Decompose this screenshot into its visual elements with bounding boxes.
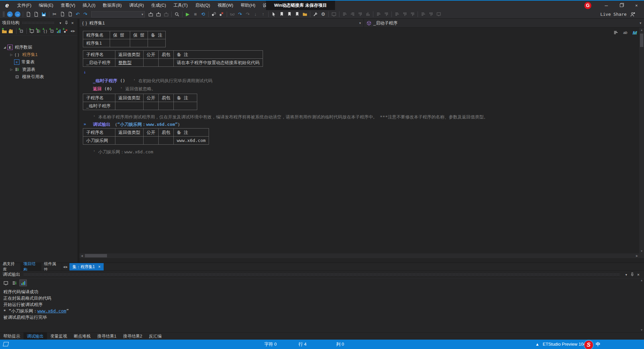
stop-icon[interactable]: ■: [192, 11, 199, 18]
column-header[interactable]: 易包: [159, 129, 174, 137]
menu-database[interactable]: 数据库(B): [99, 1, 125, 10]
menu-file[interactable]: 文件(F): [13, 1, 35, 10]
scroll-thumb[interactable]: [640, 34, 643, 47]
remark-cell[interactable]: www.x6d.com: [174, 137, 209, 145]
editor-content[interactable]: 程序集名 保 留 保 留 备 注 程序集1 子程序名 返回值类型 公开: [79, 28, 639, 253]
editor-horizontal-scrollbar[interactable]: ◀ ▶: [79, 253, 639, 258]
add-resource-icon[interactable]: +: [56, 28, 62, 35]
space-across-icon[interactable]: [393, 11, 401, 18]
same-size-icon[interactable]: [419, 11, 427, 18]
column-header[interactable]: 保 留: [110, 31, 130, 39]
cell[interactable]: [148, 39, 165, 47]
clear-bookmarks-icon[interactable]: [301, 11, 309, 18]
add-window-icon[interactable]: +: [29, 28, 35, 35]
tab-project-structure[interactable]: 项目结构: [21, 263, 42, 270]
menu-build[interactable]: 生成(C): [148, 1, 170, 10]
toggle-breakpoint-icon[interactable]: [210, 11, 218, 18]
menu-help[interactable]: 帮助(H): [237, 1, 259, 10]
clear-breakpoints-icon[interactable]: [218, 11, 225, 18]
column-header[interactable]: 程序集名: [83, 31, 110, 39]
cell[interactable]: [144, 137, 159, 145]
selector-dropdown-icon[interactable]: ▾: [640, 21, 641, 25]
panel-drag-grip[interactable]: [23, 273, 620, 276]
tab-component-props[interactable]: 组件属性: [41, 263, 62, 270]
list-view-icon[interactable]: [11, 280, 18, 286]
panel-dropdown-icon[interactable]: ▾: [623, 271, 629, 278]
menu-debug[interactable]: 调试(R): [125, 1, 148, 10]
tab-variable-watch[interactable]: 变量监视: [47, 333, 70, 340]
new-folder-icon[interactable]: ✦: [1, 28, 7, 35]
add-constant-icon[interactable]: +: [63, 28, 69, 35]
space-down-icon[interactable]: [401, 11, 409, 18]
step-over-disabled-icon[interactable]: ↷: [244, 11, 252, 18]
column-header[interactable]: 备 注: [174, 94, 197, 102]
column-header[interactable]: 公开: [144, 94, 159, 102]
find-icon[interactable]: [173, 11, 181, 18]
remark-cell[interactable]: 请在本子程序中放置动态链接库初始化代码: [174, 59, 263, 67]
save-icon[interactable]: [40, 11, 48, 18]
collapsed-caret-icon[interactable]: ▷: [9, 68, 14, 71]
tree-item-program-data[interactable]: ◢ E 程序数据: [0, 44, 77, 51]
align-left-icon[interactable]: [341, 11, 348, 18]
image-view-icon[interactable]: [19, 280, 27, 286]
open-project-icon[interactable]: [32, 11, 40, 18]
align-bottom-icon[interactable]: [364, 11, 372, 18]
code-line-temp-sub[interactable]: _临时子程序 () ' 在初始化代码执行完毕后调用测试代码: [93, 78, 212, 84]
block-comment[interactable]: ' 本名称子程序用作测试程序用，仅在开发及调试环境中有效，编译发布程序前将被系统…: [93, 114, 488, 120]
cell[interactable]: [159, 102, 174, 110]
settings-gear-icon[interactable]: ⚙: [319, 11, 327, 18]
add-flow-icon[interactable]: +: [36, 28, 42, 35]
tab-close-icon[interactable]: ×: [98, 264, 101, 269]
cut-icon[interactable]: ✂: [51, 11, 58, 18]
align-right-icon[interactable]: [348, 11, 356, 18]
column-header[interactable]: 易包: [159, 51, 174, 59]
sub-name-cell[interactable]: 小刀娱乐网: [83, 137, 115, 145]
watch-icon[interactable]: [228, 11, 236, 18]
build-icon[interactable]: [147, 11, 155, 18]
cell[interactable]: [144, 102, 159, 110]
scroll-up-icon[interactable]: ▲: [639, 28, 644, 32]
add-module-icon[interactable]: +: [18, 28, 24, 35]
add-program-set-icon[interactable]: { }+: [42, 28, 48, 35]
subroutine-selector[interactable]: _启动子程序 ▾: [364, 19, 644, 27]
m-mode-icon[interactable]: M: [631, 30, 638, 36]
menu-tools[interactable]: 工具(T): [170, 1, 192, 10]
program-set-selector[interactable]: { } 程序集1 ▾: [79, 19, 364, 27]
folders-icon[interactable]: [8, 28, 14, 35]
tab-disassembly[interactable]: 反汇编: [146, 333, 165, 340]
expanded-caret-icon[interactable]: ◢: [2, 46, 7, 49]
column-header[interactable]: 返回值类型: [115, 51, 144, 59]
paste-icon[interactable]: [66, 11, 74, 18]
options-wrench-icon[interactable]: [312, 11, 319, 18]
editor-vertical-scrollbar[interactable]: ▲ ▼: [639, 28, 644, 253]
column-header[interactable]: 保 留: [130, 31, 148, 39]
tab-search-results-1[interactable]: 搜寻结果1: [94, 333, 120, 340]
cell[interactable]: [115, 137, 144, 145]
maximize-button[interactable]: [614, 1, 629, 10]
step-into-icon[interactable]: ↓: [252, 11, 259, 18]
panel-pin-icon[interactable]: [629, 271, 635, 278]
tab-help-tips[interactable]: 帮助提示: [0, 333, 23, 340]
undo-icon[interactable]: ↶: [74, 11, 82, 18]
menu-view[interactable]: 查看(V): [57, 1, 79, 10]
scroll-down-icon[interactable]: ▼: [639, 249, 644, 253]
column-header[interactable]: 公开: [144, 51, 159, 59]
run-icon[interactable]: ▶: [184, 11, 192, 18]
document-tab-program-set[interactable]: 集：程序集1 ×: [69, 263, 104, 270]
tabs-scroll-right-icon[interactable]: ▶: [66, 265, 68, 268]
compile-icon[interactable]: [162, 11, 170, 18]
column-header[interactable]: 备 注: [174, 51, 263, 59]
tree-item-program-set[interactable]: ▷ { } 程序集1: [0, 51, 77, 58]
same-height-icon[interactable]: [427, 11, 435, 18]
restart-icon[interactable]: ⟲: [199, 11, 207, 18]
new-project-icon[interactable]: [24, 11, 32, 18]
back-button[interactable]: ←: [6, 11, 14, 18]
gutter-arrow-icon[interactable]: ↓: [82, 69, 88, 74]
toolbar-grip[interactable]: [3, 11, 5, 17]
column-header[interactable]: 子程序名: [83, 51, 115, 59]
cell[interactable]: [174, 102, 197, 110]
tools-scroll-left-icon[interactable]: ◀: [70, 30, 72, 33]
column-header[interactable]: 子程序名: [83, 94, 115, 102]
fullscreen-icon[interactable]: [435, 11, 442, 18]
same-width-icon[interactable]: [409, 11, 416, 18]
